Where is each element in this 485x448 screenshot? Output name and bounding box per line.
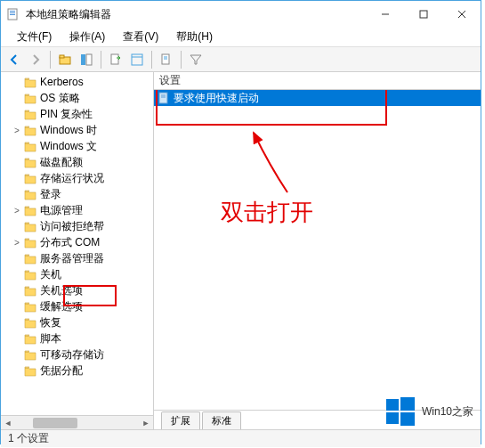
scroll-left-button[interactable]: ◄ [1,417,15,429]
expander-icon[interactable] [12,301,22,312]
tab-standard[interactable]: 标准 [202,411,241,429]
tree-item-label: 服务器管理器 [40,251,104,266]
tab-extended[interactable]: 扩展 [161,411,200,429]
tree-item-label: Windows 时 [40,123,97,138]
tree-item-label: OS 策略 [40,91,80,106]
tree-item-label: 可移动存储访 [40,347,104,362]
status-text: 1 个设置 [8,431,49,446]
svg-rect-13 [132,54,142,65]
tree-panel: KerberosOS 策略PIN 复杂性>Windows 时Windows 文磁… [1,72,154,429]
tree-item[interactable]: 磁盘配额 [4,154,153,170]
tree-item[interactable]: PIN 复杂性 [4,106,153,122]
scroll-right-button[interactable]: ► [139,417,153,429]
titlebar: 本地组策略编辑器 [1,1,481,28]
svg-rect-23 [386,412,399,424]
svg-rect-21 [386,399,399,411]
expander-icon[interactable]: > [12,237,22,248]
menu-help[interactable]: 帮助(H) [167,28,222,46]
menu-view[interactable]: 查看(V) [114,28,167,46]
tree-item[interactable]: >Windows 时 [4,122,153,138]
expander-icon[interactable] [12,269,22,280]
tree-item[interactable]: 脚本 [4,330,153,346]
tree-item[interactable]: 恢复 [4,314,153,330]
scroll-thumb[interactable] [33,418,77,428]
help-button[interactable] [157,50,176,69]
expander-icon[interactable] [12,109,22,119]
toolbar-separator [50,51,51,69]
export-button[interactable] [106,50,125,69]
tree-item[interactable]: 凭据分配 [4,362,153,379]
annotation-text: 双击打开 [221,197,313,228]
menu-file[interactable]: 文件(F) [8,28,61,46]
tree-item-label: 电源管理 [40,203,83,218]
svg-rect-12 [111,54,118,64]
svg-rect-11 [86,54,92,65]
close-button[interactable] [442,1,481,28]
expander-icon[interactable]: > [12,205,22,216]
app-icon [6,7,20,21]
tree-item-label: 访问被拒绝帮 [40,219,104,234]
window-title: 本地组策略编辑器 [26,7,366,22]
tree-item[interactable]: 服务器管理器 [4,250,153,266]
annotation-highlight-list [156,90,387,126]
svg-rect-10 [81,54,85,65]
annotation-arrow [243,126,296,197]
expander-icon[interactable] [12,253,22,264]
scroll-track[interactable] [15,417,139,429]
tree-item[interactable]: 登录 [4,186,153,202]
toolbar-separator [181,51,182,69]
expander-icon[interactable] [12,93,22,103]
maximize-button[interactable] [404,1,442,28]
tree-item[interactable]: OS 策略 [4,90,153,106]
windows-logo-icon [384,395,416,428]
details-panel: 设置 要求使用快速启动 双击打开 扩展 标准 [154,72,481,429]
tree-item-label: Kerberos [40,76,84,88]
expander-icon[interactable] [12,189,22,200]
tree-item[interactable]: 访问被拒绝帮 [4,218,153,234]
minimize-button[interactable] [366,1,404,28]
svg-rect-9 [60,55,64,58]
svg-rect-3 [10,14,15,15]
tree-horizontal-scrollbar[interactable]: ◄ ► [1,415,153,429]
tree-item-label: 恢复 [40,315,61,330]
expander-icon[interactable] [12,157,22,167]
up-button[interactable] [55,50,75,69]
expander-icon[interactable] [12,173,22,183]
tree-item[interactable]: Kerberos [4,74,153,90]
tree-item-label: 磁盘配额 [40,155,83,170]
list-body: 要求使用快速启动 双击打开 [154,90,481,410]
expander-icon[interactable] [12,221,22,232]
tree-item-label: 分布式 COM [40,235,100,250]
toolbar-separator [101,51,101,69]
tree-item[interactable]: >电源管理 [4,202,153,218]
expander-icon[interactable] [12,285,22,296]
menubar: 文件(F) 操作(A) 查看(V) 帮助(H) [1,28,481,47]
expander-icon[interactable] [12,141,22,151]
expander-icon[interactable] [12,333,22,344]
watermark: Win10之家 [384,395,473,428]
refresh-button[interactable] [127,50,147,69]
expander-icon[interactable] [12,365,22,376]
menu-action[interactable]: 操作(A) [61,28,114,46]
tree-item[interactable]: >分布式 COM [4,234,153,250]
list-column-header[interactable]: 设置 [154,72,481,90]
tree-item[interactable]: Windows 文 [4,138,153,154]
show-hide-button[interactable] [77,50,96,69]
toolbar-separator [151,51,152,69]
svg-rect-24 [400,412,415,426]
tree-item-label: 关机 [40,267,61,282]
expander-icon[interactable] [12,349,22,360]
main-window: 本地组策略编辑器 文件(F) 操作(A) 查看(V) 帮助(H) Kerbero… [0,0,481,444]
watermark-text: Win10之家 [422,404,473,419]
expander-icon[interactable] [12,77,22,87]
svg-rect-1 [10,11,15,12]
content-area: KerberosOS 策略PIN 复杂性>Windows 时Windows 文磁… [1,72,481,429]
forward-button[interactable] [26,50,45,69]
tree-item[interactable]: 存储运行状况 [4,170,153,186]
expander-icon[interactable] [12,317,22,328]
expander-icon[interactable]: > [12,125,22,135]
tree-item[interactable]: 可移动存储访 [4,346,153,362]
tree-item[interactable]: 关机 [4,266,153,282]
back-button[interactable] [4,50,24,69]
filter-button[interactable] [186,50,206,69]
